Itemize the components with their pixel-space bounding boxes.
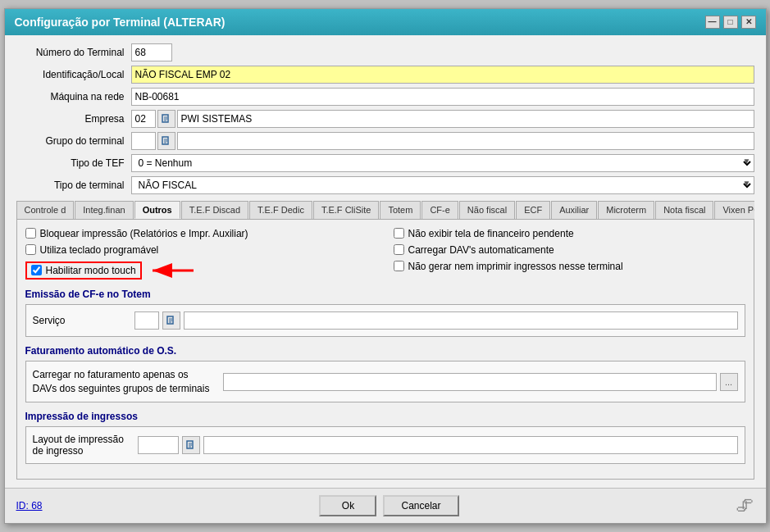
tabs-row: Controle d Integ.finan Outros T.E.F Disc… [16, 201, 754, 219]
impressao-header: Impressão de ingressos [25, 411, 745, 422]
bloquear-checkbox[interactable] [25, 228, 36, 239]
empresa-code-input[interactable] [131, 110, 156, 128]
terminal-select-wrapper: NÃO FISCAL [131, 176, 754, 194]
tab-content: Bloquear impressão (Relatórios e Impr. A… [16, 220, 754, 480]
numero-row: Número do Terminal [16, 43, 754, 61]
empresa-lookup-button[interactable] [157, 110, 175, 128]
faturamento-section: Carregar no faturamento apenas os DAVs d… [25, 361, 745, 403]
carregar-row: Carregar DAV's automaticamente [394, 244, 745, 256]
grupo-name-input[interactable] [177, 132, 754, 150]
emissao-header: Emissão de CF-e no Totem [25, 289, 745, 300]
habilitar-label: Habilitar modo touch [46, 265, 136, 276]
main-window: Configuração por Terminal (ALTERAR) — □ … [4, 8, 767, 525]
numero-label: Número do Terminal [16, 47, 131, 58]
impressao-section: Layout de impressão de ingresso [25, 426, 745, 464]
servico-lookup-icon [166, 316, 176, 325]
layout-row: Layout de impressão de ingresso [33, 434, 738, 457]
maquina-input[interactable] [131, 88, 754, 106]
tef-label: Tipo de TEF [16, 157, 131, 169]
servico-lookup-button[interactable] [162, 311, 180, 330]
empresa-name-input[interactable] [177, 110, 754, 128]
emissao-section: Serviço [25, 304, 745, 337]
tab-tef-clisite[interactable]: T.E.F CliSite [313, 201, 380, 219]
terminal-select[interactable]: NÃO FISCAL [131, 176, 754, 194]
tabs-container: Controle d Integ.finan Outros T.E.F Disc… [16, 201, 754, 220]
terminal-label: Tipo de terminal [16, 180, 131, 191]
nao-exibir-row: Não exibir tela de financeiro pendente [394, 228, 745, 239]
layout-lookup-button[interactable] [182, 436, 200, 454]
empresa-row: Empresa [16, 110, 754, 128]
maquina-label: Máquina na rede [16, 91, 131, 102]
cancelar-button[interactable]: Cancelar [383, 495, 458, 516]
faturamento-grupos-input[interactable] [223, 373, 717, 391]
teclado-row: Utiliza teclado programável [25, 244, 377, 256]
layout-lookup-icon [186, 440, 196, 450]
habilitar-checkbox[interactable] [31, 265, 42, 275]
maximize-button[interactable]: □ [723, 16, 738, 29]
servico-name-input[interactable] [184, 311, 738, 330]
tab-ecf[interactable]: ECF [516, 201, 550, 219]
lookup-icon [162, 114, 171, 124]
carregar-label: Carregar DAV's automaticamente [408, 244, 554, 256]
tab-tef-discad[interactable]: T.E.F Discad [181, 201, 248, 219]
title-bar-buttons: — □ ✕ [705, 16, 756, 29]
numero-input[interactable] [131, 43, 172, 61]
servico-code-input[interactable] [134, 311, 159, 330]
identificacao-input[interactable] [131, 66, 754, 84]
window-body: Número do Terminal Identificação/Local M… [5, 35, 766, 489]
identificacao-row: Identificação/Local [16, 66, 754, 84]
window-title: Configuração por Terminal (ALTERAR) [15, 16, 226, 29]
tab-totem[interactable]: Totem [380, 201, 421, 219]
teclado-label: Utiliza teclado programável [40, 244, 159, 256]
paperclip-icon: 🖇 [736, 495, 754, 516]
nao-exibir-label: Não exibir tela de financeiro pendente [408, 228, 574, 239]
faturamento-browse-button[interactable]: ... [720, 373, 738, 391]
terminal-row: Tipo de terminal NÃO FISCAL [16, 176, 754, 194]
close-button[interactable]: ✕ [741, 16, 756, 29]
tab-vixenpos[interactable]: Vixen POS [714, 201, 754, 219]
nao-gerar-label: Não gerar nem imprimir ingressos nesse t… [408, 261, 623, 272]
faturamento-header: Faturamento automático de O.S. [25, 345, 745, 357]
red-arrow-icon [148, 261, 198, 280]
grupo-lookup-button[interactable] [157, 132, 175, 150]
id-label[interactable]: ID: 68 [16, 500, 43, 512]
tab-microterm[interactable]: Microterm [598, 201, 654, 219]
nao-exibir-checkbox[interactable] [394, 228, 404, 239]
tab-controle[interactable]: Controle d [16, 201, 75, 219]
nao-gerar-checkbox[interactable] [394, 261, 404, 271]
tab-auxiliar[interactable]: Auxiliar [551, 201, 597, 219]
bloquear-row: Bloquear impressão (Relatórios e Impr. A… [25, 228, 377, 239]
layout-label: Layout de impressão de ingresso [33, 434, 131, 457]
bottom-buttons: Ok Cancelar [319, 495, 458, 516]
checkbox-grid: Bloquear impressão (Relatórios e Impr. A… [25, 228, 745, 280]
faturamento-inner-row: Carregar no faturamento apenas os DAVs d… [33, 368, 738, 396]
identificacao-label: Identificação/Local [16, 69, 131, 80]
minimize-button[interactable]: — [705, 16, 720, 29]
servico-label: Serviço [33, 315, 131, 326]
empresa-field-group [131, 110, 754, 128]
tab-tef-dedic[interactable]: T.E.F Dedic [249, 201, 312, 219]
servico-row: Serviço [33, 311, 738, 330]
grupo-label: Grupo do terminal [16, 135, 131, 147]
grupo-field-group [131, 132, 754, 150]
bloquear-label: Bloquear impressão (Relatórios e Impr. A… [40, 228, 248, 239]
title-bar: Configuração por Terminal (ALTERAR) — □ … [5, 9, 766, 35]
layout-code-input[interactable] [138, 436, 179, 454]
carregar-checkbox[interactable] [394, 244, 404, 255]
grupo-lookup-icon [162, 136, 171, 146]
layout-name-input[interactable] [203, 436, 738, 454]
tab-integ[interactable]: Integ.finan [75, 201, 133, 219]
ok-button[interactable]: Ok [319, 495, 376, 516]
nao-gerar-row: Não gerar nem imprimir ingressos nesse t… [394, 261, 745, 272]
maquina-row: Máquina na rede [16, 88, 754, 106]
teclado-checkbox[interactable] [25, 244, 36, 255]
tef-row: Tipo de TEF 0 = Nenhum [16, 154, 754, 172]
tef-select[interactable]: 0 = Nenhum [131, 154, 754, 172]
bottom-bar: ID: 68 Ok Cancelar 🖇 [5, 488, 766, 523]
habilitar-row: Habilitar modo touch [25, 261, 142, 280]
tab-naofiscal[interactable]: Não fiscal [459, 201, 515, 219]
tab-notafiscal[interactable]: Nota fiscal [655, 201, 713, 219]
tab-cfe[interactable]: CF-e [421, 201, 458, 219]
grupo-code-input[interactable] [131, 132, 156, 150]
tab-outros[interactable]: Outros [134, 201, 180, 219]
